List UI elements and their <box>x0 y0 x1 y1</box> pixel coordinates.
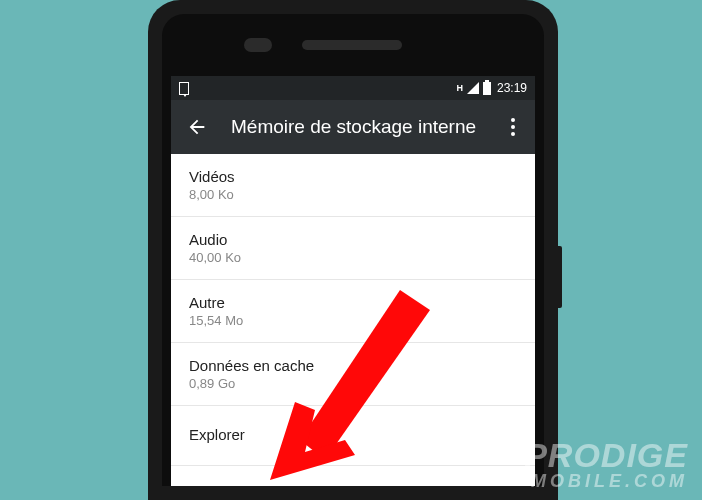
phone-inner: H 23:19 Mémoire de stockage interne <box>162 14 544 486</box>
phone-speaker <box>302 40 402 50</box>
status-bar: H 23:19 <box>171 76 535 100</box>
phone-speaker-area <box>162 14 544 76</box>
list-item-title: Données en cache <box>189 357 517 374</box>
signal-icon <box>467 82 479 94</box>
list-item-title: Autre <box>189 294 517 311</box>
list-item-size: 15,54 Mo <box>189 313 517 328</box>
phone-side-button <box>558 246 562 308</box>
arrow-back-icon <box>186 116 208 138</box>
network-type-icon: H <box>456 84 463 93</box>
overflow-dot-icon <box>511 118 515 122</box>
list-item-explorer[interactable]: Explorer <box>171 406 535 466</box>
storage-list: Vidéos 8,00 Ko Audio 40,00 Ko Autre 15,5… <box>171 154 535 466</box>
list-item-audio[interactable]: Audio 40,00 Ko <box>171 217 535 280</box>
status-right: H 23:19 <box>456 81 527 95</box>
list-item-cached-data[interactable]: Données en cache 0,89 Go <box>171 343 535 406</box>
list-item-title: Explorer <box>189 426 517 443</box>
phone-frame: H 23:19 Mémoire de stockage interne <box>148 0 558 500</box>
list-item-other[interactable]: Autre 15,54 Mo <box>171 280 535 343</box>
download-icon <box>179 82 189 95</box>
overflow-dot-icon <box>511 132 515 136</box>
overflow-menu-button[interactable] <box>501 115 525 139</box>
overflow-dot-icon <box>511 125 515 129</box>
app-bar: Mémoire de stockage interne <box>171 100 535 154</box>
list-item-size: 40,00 Ko <box>189 250 517 265</box>
clock: 23:19 <box>497 81 527 95</box>
phone-camera <box>244 38 272 52</box>
list-item-title: Vidéos <box>189 168 517 185</box>
list-item-size: 8,00 Ko <box>189 187 517 202</box>
list-item-videos[interactable]: Vidéos 8,00 Ko <box>171 154 535 217</box>
status-left <box>179 82 189 95</box>
list-item-title: Audio <box>189 231 517 248</box>
page-title: Mémoire de stockage interne <box>231 116 501 138</box>
back-button[interactable] <box>185 115 209 139</box>
battery-icon <box>483 82 491 95</box>
phone-screen: H 23:19 Mémoire de stockage interne <box>171 76 535 486</box>
list-item-size: 0,89 Go <box>189 376 517 391</box>
